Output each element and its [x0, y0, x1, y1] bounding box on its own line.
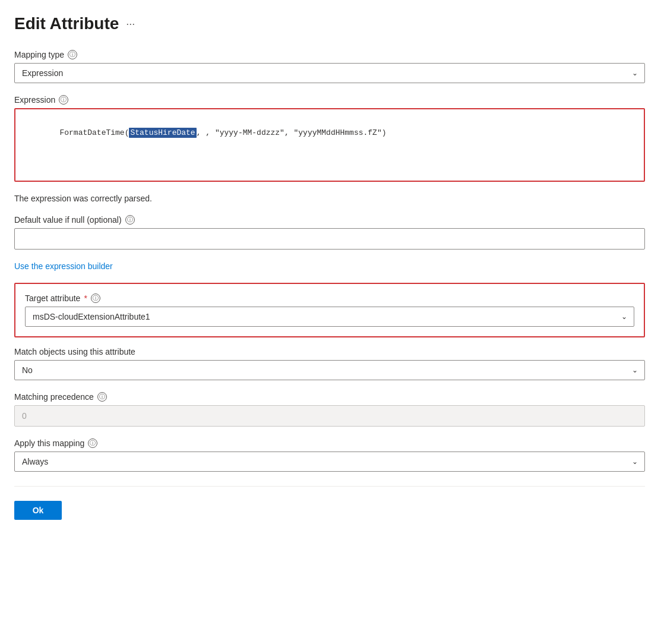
header-row: Edit Attribute ··· — [14, 14, 645, 33]
divider — [14, 486, 645, 487]
ellipsis-icon: ··· — [126, 18, 135, 30]
apply-mapping-dropdown-wrapper: Always Only during object creation Only … — [14, 452, 645, 472]
match-objects-select[interactable]: No Yes — [14, 360, 645, 380]
expression-builder-link[interactable]: Use the expression builder — [14, 261, 113, 271]
mapping-type-dropdown-wrapper: Expression Direct Constant None ⌄ — [14, 63, 645, 83]
apply-mapping-info-icon[interactable]: ⓘ — [88, 438, 97, 448]
more-options-button[interactable]: ··· — [124, 15, 137, 33]
target-attribute-dropdown-wrapper: msDS-cloudExtensionAttribute1 msDS-cloud… — [25, 307, 634, 327]
ok-button[interactable]: Ok — [14, 501, 62, 520]
expression-label-row: Expression ⓘ — [14, 95, 645, 105]
matching-precedence-label-row: Matching precedence ⓘ — [14, 392, 645, 402]
required-star: * — [84, 293, 87, 303]
page-title: Edit Attribute — [14, 14, 119, 33]
target-attribute-section: Target attribute * ⓘ msDS-cloudExtension… — [14, 283, 645, 337]
expression-label: Expression — [14, 95, 55, 105]
apply-mapping-section: Apply this mapping ⓘ Always Only during … — [14, 438, 645, 472]
mapping-type-section: Mapping type ⓘ Expression Direct Constan… — [14, 50, 645, 83]
default-value-label: Default value if null (optional) — [14, 215, 122, 225]
default-value-label-row: Default value if null (optional) ⓘ — [14, 215, 645, 225]
mapping-type-select[interactable]: Expression Direct Constant None — [14, 63, 645, 83]
expression-prefix: FormatDateTime( — [59, 128, 129, 137]
matching-precedence-section: Matching precedence ⓘ — [14, 392, 645, 427]
mapping-type-info-icon[interactable]: ⓘ — [68, 50, 77, 59]
expression-token: StatusHireDate — [129, 128, 196, 138]
default-value-input[interactable] — [14, 228, 645, 250]
apply-mapping-label: Apply this mapping — [14, 438, 84, 448]
mapping-type-label: Mapping type — [14, 50, 64, 59]
matching-precedence-label: Matching precedence — [14, 392, 94, 402]
mapping-type-label-row: Mapping type ⓘ — [14, 50, 645, 59]
target-attribute-info-icon[interactable]: ⓘ — [91, 293, 100, 303]
match-objects-label-row: Match objects using this attribute — [14, 347, 645, 356]
expression-suffix: , , "yyyy-MM-ddzzz", "yyyyMMddHHmmss.fZ"… — [197, 128, 387, 137]
target-attribute-select[interactable]: msDS-cloudExtensionAttribute1 msDS-cloud… — [25, 307, 634, 327]
default-value-section: Default value if null (optional) ⓘ — [14, 215, 645, 250]
expression-section: Expression ⓘ FormatDateTime(StatusHireDa… — [14, 95, 645, 182]
apply-mapping-label-row: Apply this mapping ⓘ — [14, 438, 645, 448]
target-attribute-label-row: Target attribute * ⓘ — [25, 293, 634, 303]
match-objects-label: Match objects using this attribute — [14, 347, 135, 356]
expression-info-icon[interactable]: ⓘ — [59, 95, 68, 105]
page-container: Edit Attribute ··· Mapping type ⓘ Expres… — [0, 0, 664, 539]
matching-precedence-info-icon[interactable]: ⓘ — [97, 392, 107, 402]
parsed-message: The expression was correctly parsed. — [14, 194, 645, 203]
apply-mapping-select[interactable]: Always Only during object creation Only … — [14, 452, 645, 472]
match-objects-section: Match objects using this attribute No Ye… — [14, 347, 645, 380]
expression-input-wrapper: FormatDateTime(StatusHireDate, , "yyyy-M… — [14, 108, 645, 182]
match-objects-dropdown-wrapper: No Yes ⌄ — [14, 360, 645, 380]
matching-precedence-input — [14, 405, 645, 427]
expression-display[interactable]: FormatDateTime(StatusHireDate, , "yyyy-M… — [15, 109, 644, 181]
target-attribute-label: Target attribute — [25, 293, 80, 303]
default-value-info-icon[interactable]: ⓘ — [125, 215, 135, 225]
